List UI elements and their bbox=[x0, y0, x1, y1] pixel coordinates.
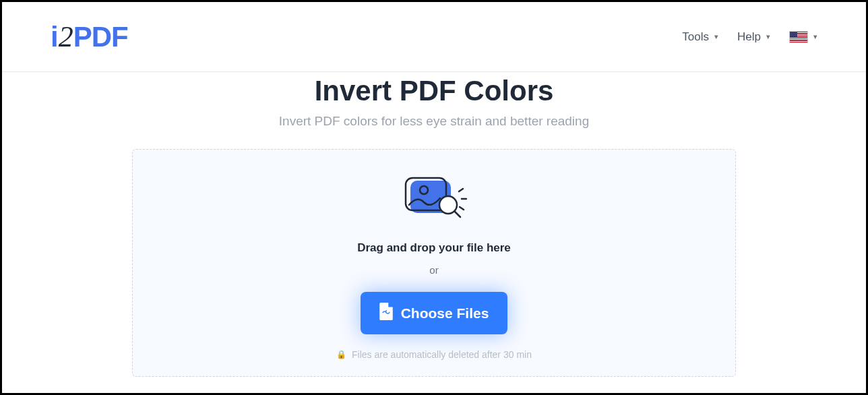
svg-point-3 bbox=[439, 196, 457, 214]
chevron-down-icon: ▾ bbox=[714, 32, 718, 41]
file-icon bbox=[379, 303, 393, 324]
image-upload-icon bbox=[401, 177, 467, 224]
dropzone[interactable]: Drag and drop your file here or Choose F… bbox=[132, 149, 736, 377]
main-content: Invert PDF Colors Invert PDF colors for … bbox=[2, 72, 866, 377]
logo[interactable]: i2PDF bbox=[51, 20, 128, 54]
nav-help-label: Help bbox=[737, 30, 761, 44]
page-subtitle: Invert PDF colors for less eye strain an… bbox=[2, 114, 866, 129]
choose-files-button[interactable]: Choose Files bbox=[361, 292, 508, 334]
or-text: or bbox=[429, 264, 438, 276]
svg-line-4 bbox=[455, 212, 460, 217]
svg-point-8 bbox=[385, 310, 387, 311]
header: i2PDF Tools ▾ Help ▾ ▾ bbox=[2, 2, 866, 72]
nav: Tools ▾ Help ▾ ▾ bbox=[682, 30, 817, 44]
auto-delete-notice: 🔒 Files are automatically deleted after … bbox=[336, 349, 532, 360]
logo-part-2: 2 bbox=[59, 20, 73, 54]
auto-delete-text: Files are automatically deleted after 30… bbox=[352, 349, 532, 360]
chevron-down-icon: ▾ bbox=[766, 32, 770, 41]
choose-files-label: Choose Files bbox=[401, 305, 489, 322]
svg-line-5 bbox=[459, 189, 463, 191]
page-title: Invert PDF Colors bbox=[2, 75, 866, 107]
logo-part-i: i bbox=[51, 21, 58, 53]
nav-tools[interactable]: Tools ▾ bbox=[682, 30, 718, 44]
us-flag-icon bbox=[789, 31, 808, 43]
svg-line-7 bbox=[460, 207, 464, 210]
logo-part-pdf: PDF bbox=[73, 21, 128, 53]
nav-language[interactable]: ▾ bbox=[789, 31, 817, 43]
nav-help[interactable]: Help ▾ bbox=[737, 30, 770, 44]
chevron-down-icon: ▾ bbox=[813, 32, 817, 41]
drag-drop-text: Drag and drop your file here bbox=[357, 241, 511, 255]
nav-tools-label: Tools bbox=[682, 30, 709, 44]
lock-icon: 🔒 bbox=[336, 350, 346, 359]
